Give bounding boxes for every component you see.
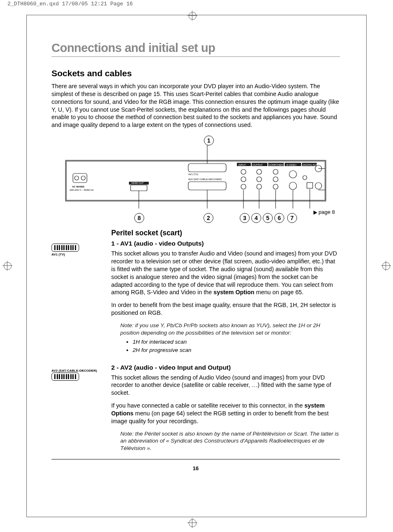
rear-panel-diagram: AC MAINS 230-240 V ~ 50/60 Hz HDMI OUT A… — [51, 136, 340, 219]
svg-point-31 — [257, 184, 262, 189]
callout-1: 1 — [204, 136, 214, 145]
svg-rect-0 — [66, 161, 325, 200]
svg-text:AV2 (SAT-CABLE-DECODER): AV2 (SAT-CABLE-DECODER) — [188, 178, 222, 180]
bullet-1h: 1H for interlaced scan — [133, 338, 340, 346]
svg-text:AV1 (TV): AV1 (TV) — [188, 173, 198, 176]
av1-description: This socket allows you to transfer Audio… — [111, 250, 340, 296]
svg-text:INPUT: INPUT — [239, 164, 246, 166]
svg-text:230-240 V ~ 50/60 Hz: 230-240 V ~ 50/60 Hz — [70, 189, 94, 191]
svg-text:AC MAINS: AC MAINS — [72, 185, 84, 188]
callout-5: 5 — [263, 213, 273, 223]
callout-4: 4 — [251, 213, 261, 223]
av1-heading: 1 - AV1 (audio - video Outputs) — [111, 240, 340, 247]
callout-6: 6 — [274, 213, 284, 223]
crop-line — [26, 15, 366, 15]
callout-3: 3 — [240, 213, 250, 223]
av2-heading: 2 - AV2 (audio - video Input and Output) — [111, 364, 340, 371]
svg-text:S-VIDEO: S-VIDEO — [286, 164, 297, 166]
av1-yuv-note: Note: if you use Y, Pb/Cb Pr/Pb sockets … — [120, 322, 340, 336]
av1-icon-label: AV1 (TV) — [51, 253, 111, 256]
svg-point-25 — [257, 169, 262, 174]
peritel-heading: Peritel socket (scart) — [111, 229, 340, 237]
svg-point-27 — [241, 177, 246, 182]
svg-point-37 — [315, 183, 322, 189]
crop-line — [26, 15, 27, 517]
svg-rect-1 — [66, 160, 326, 201]
bullet-2h: 2H for progressive scan — [133, 346, 340, 354]
av1-icon: ▮▮▮▮▮▮▮▮▮▮▮▮▮▮▮▮▮▮▮▮ AV1 (TV) — [51, 229, 111, 359]
svg-text:OUTPUT: OUTPUT — [253, 164, 263, 166]
svg-text:COMPONENT: COMPONENT — [269, 164, 285, 166]
page-title: Connections and initial set up — [51, 41, 340, 55]
svg-text:HDMI OUT: HDMI OUT — [131, 182, 144, 184]
av2-icon: AV2 (SAT-CABLE-DECODER) ▮▮▮▮▮▮▮▮▮▮▮▮▮▮▮▮… — [51, 364, 111, 454]
registration-mark-right — [381, 261, 391, 271]
av2-icon-label: AV2 (SAT-CABLE-DECODER) — [51, 369, 111, 373]
svg-point-26 — [273, 169, 278, 174]
print-header: 2_DTH8060_en.qxd 17/08/05 12:21 Page 16 — [7, 1, 133, 7]
svg-point-33 — [289, 171, 297, 178]
svg-rect-35 — [307, 183, 313, 188]
diagram-svg: AC MAINS 230-240 V ~ 50/60 Hz HDMI OUT A… — [64, 136, 328, 219]
callout-7: 7 — [287, 213, 297, 223]
svg-point-29 — [273, 177, 278, 182]
intro-paragraph: There are several ways in which you can … — [51, 82, 340, 129]
footer-rule — [51, 459, 340, 459]
page-8-ref: page 8 — [313, 209, 335, 215]
svg-rect-10 — [188, 164, 226, 172]
av1-rgb-note: In order to benefit from the best image … — [111, 301, 340, 317]
svg-point-38 — [303, 176, 307, 180]
svg-point-24 — [241, 169, 246, 174]
registration-mark-bottom — [187, 518, 197, 528]
svg-point-34 — [289, 182, 297, 190]
svg-rect-2 — [73, 173, 87, 183]
crop-line — [366, 15, 367, 517]
av2-description: This socket allows the sending of Audio … — [111, 374, 340, 397]
callout-2: 2 — [204, 213, 213, 223]
svg-point-28 — [257, 177, 262, 182]
registration-mark-top — [187, 11, 197, 21]
svg-point-3 — [75, 176, 79, 180]
page-content: Connections and initial set up Sockets a… — [51, 41, 340, 471]
svg-point-4 — [81, 176, 85, 180]
page-number: 16 — [51, 465, 340, 471]
callout-8: 8 — [134, 213, 144, 223]
svg-rect-7 — [131, 185, 147, 191]
svg-point-30 — [241, 184, 246, 189]
title-rule — [51, 56, 340, 57]
av2-setup: If you have connected a cable or satelli… — [111, 402, 340, 425]
section-heading: Sockets and cables — [51, 68, 340, 78]
svg-rect-12 — [188, 182, 226, 190]
svg-point-32 — [273, 184, 278, 189]
registration-mark-left — [2, 261, 12, 271]
av2-note: Note: the Péritel socket is also known b… — [120, 430, 340, 452]
crop-line — [26, 517, 366, 517]
